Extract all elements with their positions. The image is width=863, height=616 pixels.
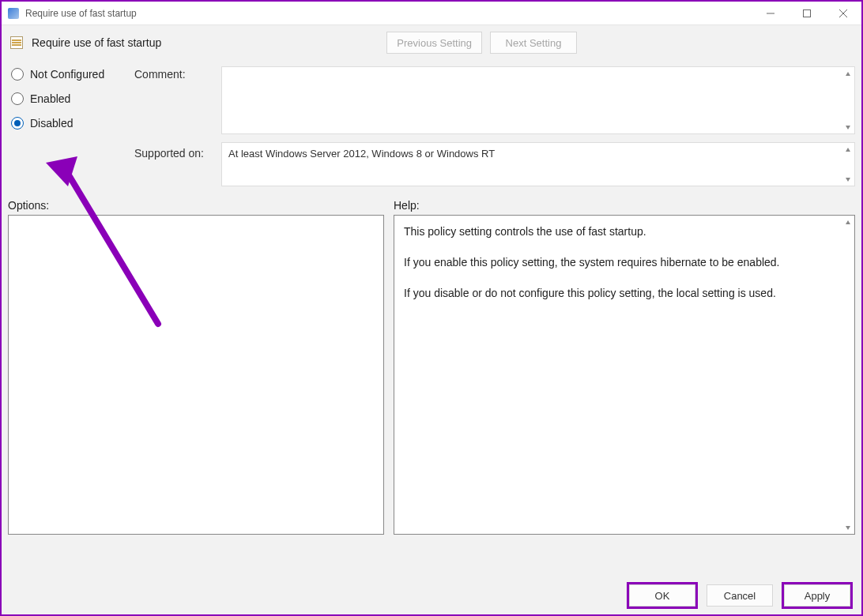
svg-marker-5 [846,126,850,130]
supported-on-value: At least Windows Server 2012, Windows 8 … [228,148,495,160]
svg-rect-1 [804,9,811,17]
scroll-down-icon[interactable] [841,172,854,186]
document-icon [9,36,24,50]
scroll-up-icon[interactable] [841,216,854,229]
state-radio-group: Not Configured Enabled Disabled [8,66,134,190]
radio-disabled[interactable]: Disabled [11,117,134,130]
scrollbar[interactable] [841,67,854,133]
svg-marker-9 [846,526,850,530]
previous-setting-button[interactable]: Previous Setting [386,32,482,54]
next-setting-button[interactable]: Next Setting [490,32,577,54]
titlebar[interactable]: Require use of fast startup [2,2,861,25]
svg-marker-6 [846,148,850,152]
close-button[interactable] [825,2,861,25]
setting-name: Require use of fast startup [32,36,161,49]
comment-textbox[interactable] [221,66,855,134]
scrollbar[interactable] [841,143,854,186]
help-paragraph: If you disable or do not configure this … [404,285,834,302]
scroll-up-icon[interactable] [841,143,854,156]
radio-enabled[interactable]: Enabled [11,92,134,105]
header-row: Require use of fast startup Previous Set… [2,25,861,60]
supported-on-label: Supported on: [134,145,221,190]
radio-not-configured[interactable]: Not Configured [11,68,134,81]
radio-icon [11,117,24,130]
svg-marker-7 [846,178,850,182]
radio-label: Not Configured [30,68,104,81]
radio-icon [11,68,24,81]
help-paragraph: If you enable this policy setting, the s… [404,254,834,271]
scroll-down-icon[interactable] [841,120,854,133]
maximize-button[interactable] [789,2,825,25]
footer: OK Cancel Apply [2,577,861,614]
radio-label: Disabled [30,117,73,130]
scroll-up-icon[interactable] [841,67,854,81]
svg-marker-8 [846,220,850,224]
radio-icon [11,92,24,105]
help-label: Help: [394,199,420,212]
cancel-button[interactable]: Cancel [707,584,773,607]
ok-button[interactable]: OK [629,584,695,607]
app-icon [6,6,21,21]
svg-marker-4 [846,72,850,76]
apply-button[interactable]: Apply [784,584,850,607]
comment-label: Comment: [134,66,221,145]
radio-label: Enabled [30,92,70,105]
supported-on-textbox: At least Windows Server 2012, Windows 8 … [221,142,855,186]
options-label: Options: [8,199,394,212]
minimize-button[interactable] [752,2,789,25]
scroll-down-icon[interactable] [841,520,854,534]
window-title: Require use of fast startup [25,8,752,19]
policy-dialog: Require use of fast startup Require use … [0,0,863,616]
help-panel: This policy setting controls the use of … [394,215,855,535]
options-panel [8,215,384,535]
help-paragraph: This policy setting controls the use of … [404,223,834,240]
scrollbar[interactable] [841,216,854,534]
